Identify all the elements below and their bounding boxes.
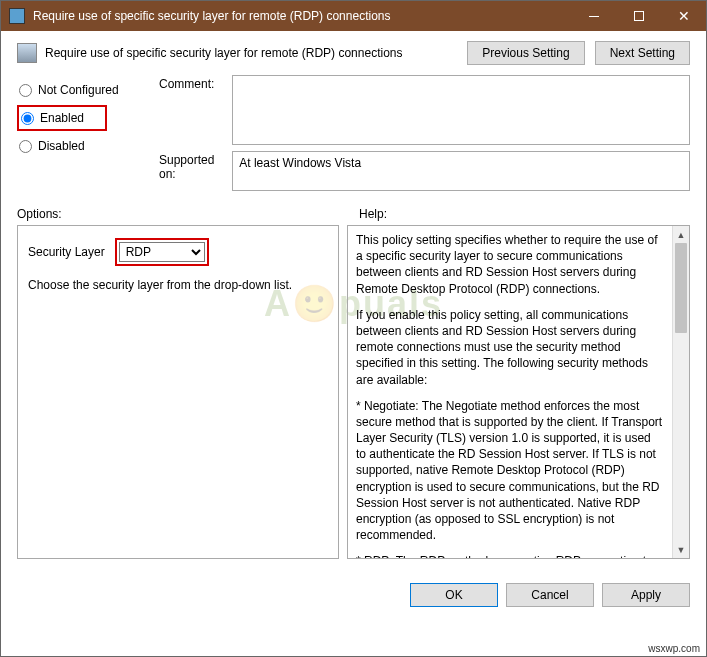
title-bar: Require use of specific security layer f…	[1, 1, 706, 31]
help-scrollbar[interactable]: ▲ ▼	[672, 226, 689, 558]
comment-textarea[interactable]	[232, 75, 690, 145]
dialog-footer: OK Cancel Apply	[1, 569, 706, 617]
radio-enabled[interactable]	[21, 112, 34, 125]
radio-not-configured-label: Not Configured	[38, 83, 119, 97]
security-layer-select[interactable]: RDP	[119, 242, 205, 262]
source-tag: wsxwp.com	[646, 643, 702, 654]
state-radio-group: Not Configured Enabled Disabled	[17, 79, 147, 157]
help-label: Help:	[359, 207, 387, 221]
radio-disabled[interactable]	[19, 140, 32, 153]
policy-title: Require use of specific security layer f…	[45, 46, 402, 60]
policy-icon	[17, 43, 37, 63]
ok-button[interactable]: OK	[410, 583, 498, 607]
help-text: This policy setting specifies whether to…	[348, 226, 672, 558]
app-icon	[9, 8, 25, 24]
help-pane: This policy setting specifies whether to…	[347, 225, 690, 559]
security-layer-label: Security Layer	[28, 245, 105, 259]
window-title: Require use of specific security layer f…	[33, 9, 390, 23]
radio-disabled-label: Disabled	[38, 139, 85, 153]
options-description: Choose the security layer from the drop-…	[28, 278, 328, 292]
previous-setting-button[interactable]: Previous Setting	[467, 41, 584, 65]
radio-not-configured[interactable]	[19, 84, 32, 97]
options-pane: Security Layer RDP Choose the security l…	[17, 225, 339, 559]
next-setting-button[interactable]: Next Setting	[595, 41, 690, 65]
cancel-button[interactable]: Cancel	[506, 583, 594, 607]
scroll-down-icon[interactable]: ▼	[673, 541, 689, 558]
minimize-button[interactable]	[571, 1, 616, 31]
scroll-up-icon[interactable]: ▲	[673, 226, 689, 243]
comment-label: Comment:	[155, 75, 232, 145]
close-button[interactable]: ✕	[661, 1, 706, 31]
maximize-button[interactable]	[616, 1, 661, 31]
supported-label: Supported on:	[155, 151, 232, 191]
options-label: Options:	[17, 207, 339, 221]
scroll-thumb[interactable]	[675, 243, 687, 333]
supported-on-box: At least Windows Vista	[232, 151, 690, 191]
radio-enabled-label: Enabled	[40, 111, 84, 125]
apply-button[interactable]: Apply	[602, 583, 690, 607]
